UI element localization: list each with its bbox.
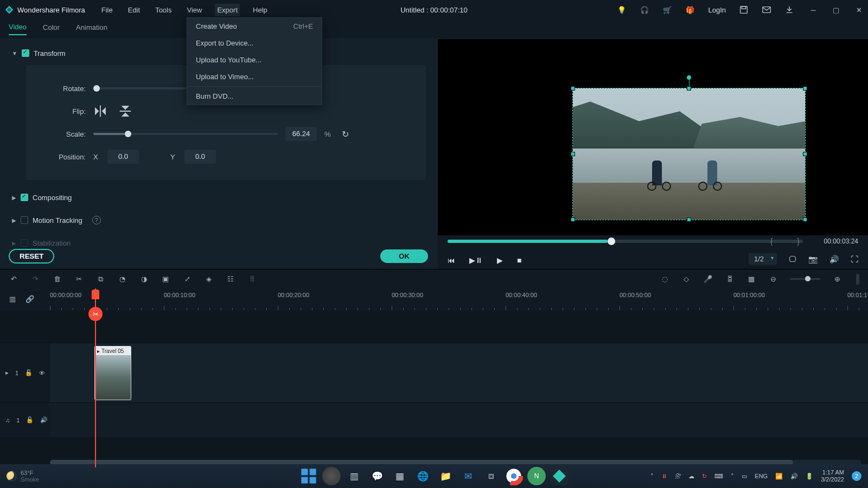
stop-icon[interactable]: ■: [517, 256, 521, 265]
notification-badge[interactable]: 2: [852, 471, 861, 481]
group-stabilization-header[interactable]: ▶ Stabilization: [12, 235, 426, 251]
audio-mixer-icon[interactable]: 🎛: [725, 274, 735, 284]
step-back-icon[interactable]: ▶⏸: [469, 256, 483, 265]
preview-scrubber[interactable]: [448, 240, 803, 243]
preview-clip-frame[interactable]: [572, 88, 806, 220]
green-screen-icon[interactable]: ▣: [161, 274, 170, 284]
audio-track[interactable]: ♫ 1 🔓 🔊: [0, 402, 868, 437]
cut-icon[interactable]: ✂: [88, 307, 103, 321]
eye-icon[interactable]: 👁: [39, 370, 45, 376]
login-button[interactable]: LogIn: [708, 6, 726, 14]
widgets-icon[interactable]: ▦: [391, 467, 409, 485]
resize-handle[interactable]: [687, 86, 691, 91]
start-icon[interactable]: [299, 467, 318, 485]
menu-edit[interactable]: Edit: [126, 4, 142, 16]
lock-icon[interactable]: 🔓: [25, 369, 33, 376]
pos-y-value[interactable]: 0.0: [184, 150, 216, 164]
dropbox-icon[interactable]: ⧈: [482, 467, 500, 485]
fullscreen-icon[interactable]: ⛶: [851, 255, 858, 264]
help-icon[interactable]: ?: [92, 216, 101, 224]
taskbar-clock[interactable]: 1:17 AM 3/2/2022: [821, 469, 844, 483]
edge-icon[interactable]: 🌐: [413, 467, 432, 485]
export-upload-vimeo[interactable]: Upload to Vimeo...: [187, 68, 322, 85]
motion-tracking-checkbox[interactable]: [21, 216, 28, 224]
delete-icon[interactable]: 🗑: [52, 274, 62, 284]
resize-handle[interactable]: [571, 217, 575, 222]
rotate-handle[interactable]: [687, 75, 691, 80]
menu-view[interactable]: View: [184, 4, 204, 16]
export-burn-dvd[interactable]: Burn DVD...: [187, 88, 322, 105]
scale-slider[interactable]: [93, 133, 278, 135]
keyframe-icon[interactable]: ◈: [204, 274, 214, 284]
marker-icon[interactable]: ◇: [681, 274, 691, 284]
lock-icon[interactable]: 🔓: [26, 416, 34, 423]
playhead[interactable]: ✂: [95, 288, 96, 467]
transform-checkbox[interactable]: [22, 49, 29, 57]
crop-icon[interactable]: ⧉: [95, 274, 105, 284]
scale-reset-icon[interactable]: ↻: [342, 129, 349, 139]
mail-icon[interactable]: [762, 5, 771, 15]
record-voiceover-icon[interactable]: 🎤: [703, 274, 713, 284]
color-icon[interactable]: ◑: [139, 274, 149, 284]
speed-icon[interactable]: ◔: [117, 274, 127, 284]
group-motion-tracking-header[interactable]: ▶ Motion Tracking ?: [12, 213, 426, 228]
close-icon[interactable]: ✕: [854, 5, 864, 15]
group-compositing-header[interactable]: ▶ Compositing: [12, 190, 426, 205]
resize-handle[interactable]: [687, 217, 691, 222]
resize-handle[interactable]: [803, 86, 807, 91]
resize-handle[interactable]: [803, 217, 807, 222]
download-icon[interactable]: [784, 5, 794, 15]
undo-icon[interactable]: ↶: [9, 274, 18, 284]
menu-export[interactable]: Export: [215, 4, 240, 16]
chrome-icon[interactable]: [505, 467, 523, 485]
tab-video[interactable]: Video: [9, 23, 27, 35]
display-monitor-icon[interactable]: 🖵: [789, 255, 796, 264]
chat-icon[interactable]: 💬: [368, 467, 386, 485]
timeline-edge-icon[interactable]: [856, 274, 859, 285]
preview-quality-select[interactable]: 1/2▾: [749, 253, 777, 265]
tab-animation[interactable]: Animation: [76, 23, 107, 35]
timeline-options-icon[interactable]: ▥: [8, 294, 17, 304]
timeline-ruler[interactable]: ▥ 🔗 00:00:00:00 00:00:10:00 00:00:20:00 …: [0, 288, 868, 310]
app-icon[interactable]: N: [527, 467, 546, 485]
search-icon[interactable]: [322, 467, 341, 485]
tray-chevron-icon[interactable]: ˄: [650, 473, 654, 480]
reset-button[interactable]: RESET: [9, 249, 54, 264]
tray-icon[interactable]: ⛈: [675, 473, 681, 479]
explorer-icon[interactable]: 📁: [436, 467, 455, 485]
maximize-icon[interactable]: ▢: [831, 5, 841, 15]
resize-handle[interactable]: [571, 152, 575, 156]
mark-brackets[interactable]: { }: [770, 236, 810, 246]
menu-file[interactable]: File: [99, 4, 115, 16]
sync-icon[interactable]: ↻: [702, 473, 707, 480]
tray-icon[interactable]: ⏸: [661, 473, 667, 479]
onedrive-icon[interactable]: ☁: [688, 473, 694, 480]
headset-icon[interactable]: 🎧: [640, 5, 649, 15]
prev-frame-icon[interactable]: ⏮: [448, 256, 455, 265]
stabilization-checkbox[interactable]: [21, 239, 28, 247]
ok-button[interactable]: OK: [380, 249, 428, 263]
play-icon[interactable]: ▶: [497, 256, 503, 265]
volume-tray-icon[interactable]: 🔊: [790, 473, 798, 480]
tray-chevron-icon[interactable]: ˄: [731, 473, 734, 480]
export-create-video[interactable]: Create Video Ctrl+E: [187, 18, 322, 35]
compositing-checkbox[interactable]: [21, 194, 28, 201]
link-icon[interactable]: 🔗: [25, 294, 35, 304]
split-icon[interactable]: ✂: [74, 274, 84, 284]
wifi-icon[interactable]: 📶: [775, 473, 783, 480]
volume-icon[interactable]: 🔊: [829, 255, 839, 264]
task-view-icon[interactable]: ▥: [345, 467, 363, 485]
zoom-in-icon[interactable]: ⊕: [832, 274, 842, 284]
keyboard-icon[interactable]: ⌨: [714, 473, 723, 480]
mail-app-icon[interactable]: ✉: [459, 467, 477, 485]
export-to-device[interactable]: Export to Device...: [187, 35, 322, 52]
battery-icon[interactable]: 🔋: [806, 473, 813, 480]
preview-canvas[interactable]: [476, 56, 830, 233]
zoom-out-icon[interactable]: ⊖: [768, 274, 778, 284]
snapshot-icon[interactable]: 📷: [808, 255, 818, 264]
scale-value[interactable]: 66.24: [285, 127, 317, 141]
save-icon[interactable]: [739, 5, 749, 15]
lightbulb-icon[interactable]: 💡: [617, 5, 627, 15]
video-track[interactable]: ▸ 1 🔓 👁 ▸Travel 05: [0, 343, 868, 402]
filmora-taskbar-icon[interactable]: [550, 467, 569, 485]
